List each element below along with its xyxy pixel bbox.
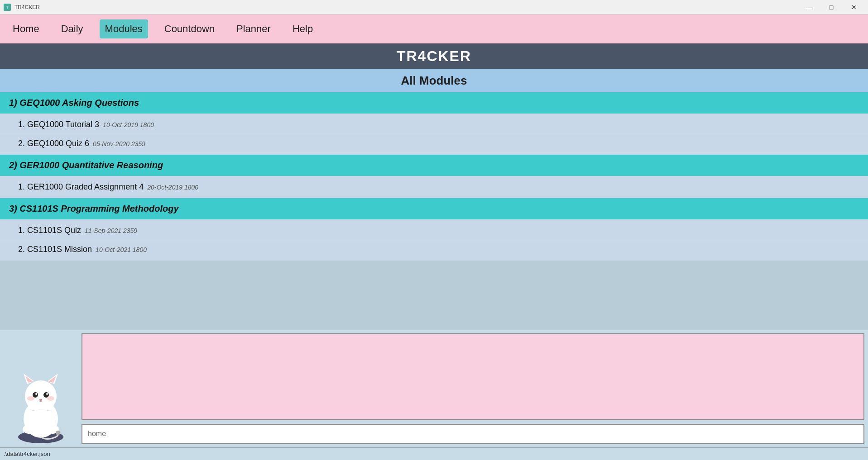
app-header: TR4CKER xyxy=(0,43,868,69)
chat-area xyxy=(82,330,868,447)
nav-help[interactable]: Help xyxy=(287,19,318,38)
chat-display xyxy=(82,333,864,420)
module-item-date: 11-Sep-2021 2359 xyxy=(85,227,137,234)
module-item-date: 05-Nov-2020 2359 xyxy=(93,140,145,147)
status-text: .\data\tr4cker.json xyxy=(4,451,50,457)
module-item[interactable]: 1. GEQ1000 Tutorial 310-Oct-2019 1800 xyxy=(0,115,868,134)
nav-daily[interactable]: Daily xyxy=(56,19,89,38)
module-item[interactable]: 2. CS1101S Mission10-Oct-2021 1800 xyxy=(0,240,868,259)
module-items: 1. CS1101S Quiz11-Sep-2021 23592. CS1101… xyxy=(0,219,868,261)
chat-input[interactable] xyxy=(82,424,864,444)
module-items: 1. GER1000 Graded Assignment 420-Oct-201… xyxy=(0,176,868,198)
module-item-name: 1. CS1101S Quiz xyxy=(18,226,81,235)
module-items: 1. GEQ1000 Tutorial 310-Oct-2019 18002. … xyxy=(0,114,868,155)
svg-point-9 xyxy=(35,393,37,395)
nav-home[interactable]: Home xyxy=(7,19,45,38)
status-bar: .\data\tr4cker.json xyxy=(0,447,868,460)
svg-point-10 xyxy=(46,393,48,395)
nav-modules[interactable]: Modules xyxy=(100,19,148,38)
svg-point-16 xyxy=(56,431,60,435)
module-item-name: 1. GER1000 Graded Assignment 4 xyxy=(18,182,144,192)
modules-content: 1) GEQ1000 Asking Questions1. GEQ1000 Tu… xyxy=(0,92,868,330)
bottom-section xyxy=(0,330,868,447)
module-item-date: 20-Oct-2019 1800 xyxy=(147,184,198,191)
app-icon: T xyxy=(4,4,11,11)
module-group: 2) GER1000 Quantitative Reasoning1. GER1… xyxy=(0,155,868,198)
svg-point-14 xyxy=(23,425,35,434)
module-group-header: 3) CS1101S Programming Methodology xyxy=(0,198,868,219)
app-title: TR4CKER xyxy=(397,48,471,65)
nav-planner[interactable]: Planner xyxy=(231,19,276,38)
nav-bar: Home Daily Modules Countdown Planner Hel… xyxy=(0,14,868,43)
svg-point-11 xyxy=(39,399,42,401)
module-item-name: 1. GEQ1000 Tutorial 3 xyxy=(18,120,99,129)
title-bar-left: T TR4CKER xyxy=(4,4,40,11)
title-bar: T TR4CKER — □ ✕ xyxy=(0,0,868,14)
svg-point-7 xyxy=(33,392,38,398)
svg-point-8 xyxy=(43,392,49,398)
close-button[interactable]: ✕ xyxy=(844,0,864,14)
module-group: 1) GEQ1000 Asking Questions1. GEQ1000 Tu… xyxy=(0,92,868,155)
sub-header: All Modules xyxy=(0,69,868,92)
module-group-header: 2) GER1000 Quantitative Reasoning xyxy=(0,155,868,176)
svg-point-2 xyxy=(25,380,57,412)
title-bar-controls: — □ ✕ xyxy=(798,0,864,14)
svg-point-13 xyxy=(47,396,54,401)
sub-title: All Modules xyxy=(401,74,467,88)
title-bar-text: TR4CKER xyxy=(14,4,40,10)
module-item[interactable]: 1. GER1000 Graded Assignment 420-Oct-201… xyxy=(0,178,868,196)
minimize-button[interactable]: — xyxy=(798,0,819,14)
cat-figure xyxy=(9,353,72,444)
module-group-header: 1) GEQ1000 Asking Questions xyxy=(0,92,868,114)
module-item-name: 2. GEQ1000 Quiz 6 xyxy=(18,139,89,148)
module-item[interactable]: 2. GEQ1000 Quiz 605-Nov-2020 2359 xyxy=(0,134,868,153)
nav-countdown[interactable]: Countdown xyxy=(159,19,220,38)
module-item-date: 10-Oct-2021 1800 xyxy=(96,246,147,253)
module-item-name: 2. CS1101S Mission xyxy=(18,245,92,254)
cat-section xyxy=(0,330,82,447)
module-group: 3) CS1101S Programming Methodology1. CS1… xyxy=(0,198,868,261)
maximize-button[interactable]: □ xyxy=(821,0,842,14)
module-item[interactable]: 1. CS1101S Quiz11-Sep-2021 2359 xyxy=(0,221,868,240)
svg-point-12 xyxy=(27,396,34,401)
module-item-date: 10-Oct-2019 1800 xyxy=(103,121,154,128)
